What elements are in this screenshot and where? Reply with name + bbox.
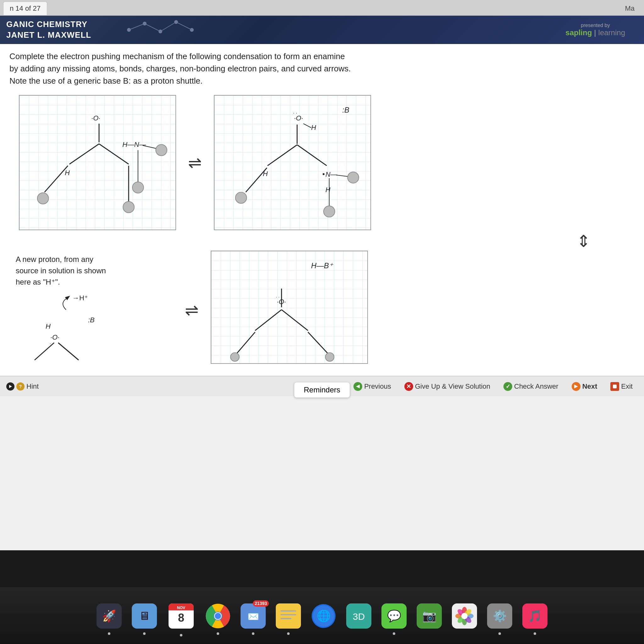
diagram-box-2[interactable]: :B ·O· · · H <box>214 95 371 230</box>
step-note-text: A new proton, from any source in solutio… <box>16 254 110 288</box>
chem-structure-4: H—B⁺ ·O· · · <box>211 251 367 363</box>
dock-facetime[interactable]: 📷 <box>414 600 445 632</box>
svg-text:📷: 📷 <box>422 609 436 623</box>
svg-point-20 <box>156 145 167 156</box>
previous-icon <box>353 382 362 391</box>
safari-icon: 🌐 <box>311 603 336 629</box>
mail-icon: ✉️ <box>241 603 266 629</box>
toolbar-right: Previous ✕ Give Up & View Solution ✓ Che… <box>348 380 638 393</box>
play-icon <box>6 382 14 391</box>
dock-music[interactable]: 🎵 <box>519 600 551 632</box>
chem-structure-2: :B ·O· · · H <box>214 96 370 230</box>
next-icon <box>572 382 580 391</box>
step4-right-area: H—B⁺ ·O· · · <box>211 251 368 369</box>
svg-line-46 <box>58 343 79 360</box>
dock-launchpad[interactable]: 🚀 <box>93 600 125 632</box>
dock-item-small-icon: 3D <box>346 603 371 629</box>
svg-point-58 <box>325 353 334 361</box>
calendar-icon: NOV 8 <box>169 603 194 629</box>
svg-marker-59 <box>9 385 12 388</box>
svg-point-33 <box>236 192 247 203</box>
svg-text::B: :B <box>342 106 350 114</box>
svg-line-35 <box>336 175 349 177</box>
question-text: Complete the electron pushing mechanism … <box>9 50 355 87</box>
svg-point-39 <box>324 206 335 217</box>
svg-text:· ·: · · <box>276 294 280 299</box>
next-button[interactable]: Next <box>567 380 602 393</box>
diagram-box-4[interactable]: H—B⁺ ·O· · · <box>211 251 368 364</box>
dock-notes[interactable] <box>273 600 304 632</box>
svg-point-22 <box>132 182 144 193</box>
bottom-toolbar: ? Hint Previous ✕ Give Up & View Solutio… <box>0 376 644 396</box>
mac-dock: 🚀 🖥 NOV 8 <box>0 587 644 644</box>
svg-line-54 <box>281 310 308 330</box>
course-title: GANIC CHEMISTRY JANET L. MAXWELL <box>6 19 91 41</box>
diagram-box-1[interactable]: ·O· H <box>19 95 176 230</box>
check-answer-button[interactable]: ✓ Check Answer <box>498 380 563 393</box>
svg-text:⚙️: ⚙️ <box>493 609 507 623</box>
svg-text:H: H <box>46 322 51 330</box>
dock-item-small[interactable]: 3D <box>343 600 375 632</box>
svg-marker-61 <box>574 385 578 388</box>
dock-calendar[interactable]: NOV 8 <box>164 599 198 633</box>
bottom-diagram-row: A new proton, from any source in solutio… <box>9 251 635 369</box>
svg-text:·O·: ·O· <box>50 333 59 341</box>
svg-text:🎵: 🎵 <box>528 609 542 623</box>
svg-line-14 <box>45 166 68 192</box>
svg-text:·   ·: · · <box>293 110 297 116</box>
check-icon: ✓ <box>503 382 512 391</box>
svg-text:H—B⁺: H—B⁺ <box>311 262 334 270</box>
dock-finder[interactable]: 🖥 <box>129 600 160 632</box>
svg-line-5 <box>129 24 145 30</box>
svg-rect-80 <box>280 610 296 612</box>
svg-text:N—: N— <box>325 170 337 178</box>
arrow-step1-to-2: ⇌ <box>182 154 208 171</box>
svg-line-27 <box>303 124 311 128</box>
sapling-brand: presented by sapling | learning <box>565 23 625 37</box>
dock-messages[interactable]: 💬 <box>378 600 410 632</box>
svg-rect-82 <box>280 618 291 619</box>
dock-mail[interactable]: ✉️ 21393 <box>237 600 269 632</box>
svg-line-32 <box>246 168 267 192</box>
chem-structure-1: ·O· H <box>19 96 175 230</box>
svg-text:3D: 3D <box>353 611 365 622</box>
step3-left-area: A new proton, from any source in solutio… <box>9 251 173 369</box>
svg-text:→H⁺: →H⁺ <box>72 294 88 302</box>
svg-text::B: :B <box>88 316 95 324</box>
facetime-icon: 📷 <box>417 603 442 629</box>
launchpad-icon: 🚀 <box>97 603 122 629</box>
give-up-button[interactable]: ✕ Give Up & View Solution <box>399 380 495 393</box>
dock-photos[interactable] <box>449 600 480 632</box>
svg-line-8 <box>176 22 192 30</box>
dock-system-prefs[interactable]: ⚙️ <box>484 600 515 632</box>
previous-button[interactable]: Previous <box>348 380 396 393</box>
svg-text:🖥: 🖥 <box>139 609 150 622</box>
arrow-step2-to-3: ⇕ <box>9 232 591 251</box>
svg-text:H: H <box>65 169 70 177</box>
svg-text:H: H <box>311 124 316 131</box>
diagram-container: ·O· H <box>9 95 635 369</box>
svg-text:·O·: ·O· <box>91 114 100 122</box>
hint-label[interactable]: Hint <box>26 382 39 391</box>
svg-point-57 <box>230 353 239 361</box>
svg-point-76 <box>215 613 221 619</box>
header-molecule-decoration <box>110 17 204 42</box>
svg-rect-79 <box>276 603 301 629</box>
music-icon: 🎵 <box>522 603 547 629</box>
exit-button[interactable]: Exit <box>605 380 638 393</box>
mail-badge: 21393 <box>253 600 269 607</box>
notes-icon <box>276 603 301 629</box>
svg-text:H: H <box>325 186 330 194</box>
svg-line-29 <box>268 145 297 166</box>
svg-text:NOV: NOV <box>177 606 185 610</box>
hint-bulb-icon: ? <box>16 382 25 391</box>
top-right-label: Ma <box>619 2 641 15</box>
hint-area[interactable]: ? Hint <box>6 382 39 391</box>
dock-chrome[interactable] <box>202 600 234 632</box>
svg-text:🌐: 🌐 <box>317 609 331 623</box>
svg-point-15 <box>37 193 49 204</box>
current-tab[interactable]: n 14 of 27 <box>3 2 47 15</box>
dock-safari[interactable]: 🌐 <box>308 600 339 632</box>
reminders-button[interactable]: Reminders <box>294 382 350 398</box>
svg-line-55 <box>236 332 255 354</box>
